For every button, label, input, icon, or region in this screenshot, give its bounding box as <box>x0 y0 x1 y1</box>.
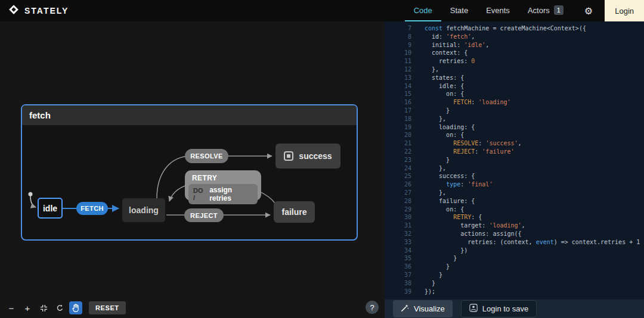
code-line[interactable]: 37 } <box>385 271 644 279</box>
line-number: 29 <box>385 205 411 214</box>
code-line[interactable]: 13 states: { <box>385 74 644 82</box>
code-line[interactable]: 15 on: { <box>385 90 644 98</box>
code-line[interactable]: 28 failure: { <box>385 197 644 205</box>
line-number: 32 <box>385 230 411 238</box>
event-box-retry[interactable]: RETRY DO / assign retries <box>185 170 261 201</box>
code-text: success: { <box>411 172 475 180</box>
code-text: RESOLVE: 'success', <box>411 139 522 148</box>
code-text: } <box>411 279 435 288</box>
help-button[interactable]: ? <box>366 301 379 314</box>
code-text: actions: assign({ <box>411 230 522 238</box>
state-label-loading: loading <box>129 205 159 215</box>
editor-footer: Visualize Login to save <box>385 300 644 318</box>
code-line[interactable]: 26 type: 'final' <box>385 180 644 189</box>
stately-logo-icon <box>8 4 19 17</box>
code-text: on: { <box>411 131 464 139</box>
canvas-toolbar: − + RESET <box>5 301 126 314</box>
line-number: 37 <box>385 271 411 279</box>
code-line[interactable]: 23 } <box>385 156 644 164</box>
code-line[interactable]: 39}); <box>385 288 644 296</box>
login-to-save-label: Login to save <box>482 304 528 313</box>
tab-code[interactable]: Code <box>405 0 441 21</box>
code-line[interactable]: 18 }, <box>385 115 644 123</box>
machine-body: idle FETCH loading RESOLVE RETRY <box>22 126 357 239</box>
line-number: 22 <box>385 148 411 156</box>
diagram-canvas[interactable]: fetch <box>0 21 385 318</box>
state-node-loading[interactable]: loading <box>122 198 165 222</box>
code-line[interactable]: 32 actions: assign({ <box>385 230 644 238</box>
line-number: 14 <box>385 82 411 91</box>
state-node-success[interactable]: success <box>275 144 340 169</box>
code-line[interactable]: 33 retries: (context, event) => context.… <box>385 238 644 247</box>
code-line[interactable]: 24 }, <box>385 164 644 173</box>
brand-name: STATELY <box>24 6 69 15</box>
settings-gear-icon[interactable]: ⚙ <box>572 0 605 21</box>
event-label-resolve: RESOLVE <box>190 152 223 160</box>
event-pill-fetch[interactable]: FETCH <box>76 202 108 215</box>
code-line[interactable]: 9 initial: 'idle', <box>385 41 644 49</box>
code-line[interactable]: 17 } <box>385 107 644 115</box>
code-text: context: { <box>411 49 467 57</box>
line-number: 38 <box>385 279 411 288</box>
brand[interactable]: STATELY <box>0 0 77 21</box>
event-pill-resolve[interactable]: RESOLVE <box>185 149 228 163</box>
event-label-reject: REJECT <box>190 212 218 219</box>
code-line[interactable]: 12 }, <box>385 66 644 74</box>
code-line[interactable]: 11 retries: 0 <box>385 57 644 66</box>
line-number: 8 <box>385 33 411 41</box>
state-node-idle[interactable]: idle <box>38 198 63 219</box>
header-tabs: Code State Events Actors 1 <box>405 0 572 21</box>
code-line[interactable]: 38 } <box>385 279 644 288</box>
code-line[interactable]: 16 FETCH: 'loading' <box>385 98 644 107</box>
login-button[interactable]: Login <box>605 0 644 21</box>
code-line[interactable]: 22 REJECT: 'failure' <box>385 148 644 156</box>
code-line[interactable]: 14 idle: { <box>385 82 644 91</box>
code-line[interactable]: 30 RETRY: { <box>385 213 644 222</box>
event-label-retry: RETRY <box>185 170 261 184</box>
retry-action-label: assign retries <box>209 186 253 202</box>
code-line[interactable]: 10 context: { <box>385 49 644 57</box>
visualize-label: Visualize <box>414 304 445 313</box>
code-text: on: { <box>411 90 464 98</box>
code-text: failure: { <box>411 197 475 205</box>
event-pill-reject[interactable]: REJECT <box>184 208 224 222</box>
tab-state[interactable]: State <box>441 0 477 21</box>
code-lines[interactable]: 7const fetchMachine = createMachine<Cont… <box>385 21 644 300</box>
code-text: }, <box>411 164 446 173</box>
tab-actors[interactable]: Actors 1 <box>519 0 572 21</box>
code-line[interactable]: 21 RESOLVE: 'success', <box>385 139 644 148</box>
tab-events[interactable]: Events <box>477 0 519 21</box>
line-number: 26 <box>385 180 411 189</box>
code-line[interactable]: 25 success: { <box>385 172 644 180</box>
pan-hand-tool-button[interactable] <box>69 301 82 314</box>
reset-button[interactable]: RESET <box>89 301 126 314</box>
fit-view-button[interactable] <box>37 301 50 314</box>
machine-node-fetch[interactable]: fetch <box>21 104 358 241</box>
line-number: 25 <box>385 172 411 180</box>
zoom-in-button[interactable]: + <box>21 301 34 314</box>
state-label-idle: idle <box>43 204 57 213</box>
code-line[interactable]: 7const fetchMachine = createMachine<Cont… <box>385 24 644 33</box>
line-number: 33 <box>385 238 411 247</box>
code-line[interactable]: 27 }, <box>385 189 644 197</box>
machine-title: fetch <box>29 110 51 120</box>
code-line[interactable]: 8 id: 'fetch', <box>385 33 644 41</box>
line-number: 7 <box>385 24 411 33</box>
code-line[interactable]: 20 on: { <box>385 131 644 139</box>
code-line[interactable]: 29 on: { <box>385 205 644 214</box>
login-to-save-button[interactable]: Login to save <box>461 300 537 317</box>
tab-state-label: State <box>450 6 468 15</box>
code-line[interactable]: 31 target: 'loading', <box>385 222 644 230</box>
line-number: 39 <box>385 288 411 296</box>
code-line[interactable]: 19 loading: { <box>385 123 644 132</box>
visualize-button[interactable]: Visualize <box>393 300 453 317</box>
code-text: const fetchMachine = createMachine<Conte… <box>411 24 586 33</box>
tab-actors-label: Actors <box>528 6 550 15</box>
zoom-out-button[interactable]: − <box>5 301 18 314</box>
code-line[interactable]: 36 } <box>385 263 644 271</box>
reset-view-button[interactable] <box>53 301 66 314</box>
machine-header[interactable]: fetch <box>22 105 357 126</box>
state-node-failure[interactable]: failure <box>274 201 315 223</box>
code-line[interactable]: 34 }) <box>385 247 644 255</box>
code-line[interactable]: 35 } <box>385 254 644 263</box>
